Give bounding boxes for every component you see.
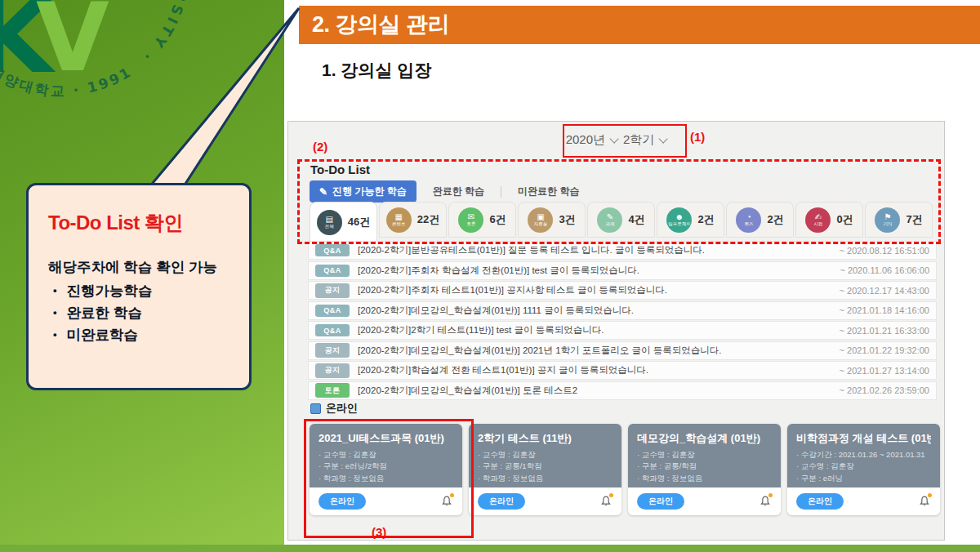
- course-card-footer: 온라인: [628, 487, 781, 515]
- slide-title-bar: 2. 강의실 관리: [299, 6, 980, 44]
- course-detail: 구분 : 공통/학점: [637, 461, 772, 472]
- course-detail: 수강기간 : 2021.01.26 ~ 2021.01.31: [796, 449, 931, 461]
- notification-feed: Q&A [2020-2학기]분반공유테스트(01반)] 질문 등록 테스트 입니…: [308, 241, 937, 401]
- feed-time: ~ 2020.08.12 16:51:00: [833, 246, 929, 256]
- bell-icon[interactable]: [918, 495, 931, 508]
- course-title: 데모강의_학습설계 (01반): [637, 431, 772, 446]
- feed-badge: 공지: [315, 283, 350, 298]
- feed-time: ~ 2020.11.06 16:06:00: [833, 265, 929, 275]
- feed-time: ~ 2021.01.18 14:16:00: [833, 305, 929, 315]
- annotation-label-3: (3): [372, 525, 386, 539]
- callout-title: To-Do List 확인: [48, 210, 229, 236]
- course-card-header: 2학기 테스트 (11반) 교수명 : 김훈장 구분 : 공통/1학점 학과명 …: [469, 424, 621, 487]
- feed-text: [2020-2학기]분반공유테스트(01반)] 질문 등록 테스트 입니다. 글…: [358, 244, 705, 256]
- feed-text: [2020-2학기]데모강의_학습설계(01반)] 토론 테스트2: [358, 385, 577, 397]
- feed-badge: Q&A: [315, 265, 350, 277]
- callout-bullet: 진행가능학습: [50, 280, 229, 302]
- course-card-footer: 온라인: [787, 487, 940, 515]
- feed-badge: 공지: [315, 363, 350, 378]
- course-card[interactable]: 2학기 테스트 (11반) 교수명 : 김훈장 구분 : 공통/1학점 학과명 …: [469, 424, 621, 515]
- feed-row[interactable]: 공지 [2020-2학기]주회차 테스트1(01반)] 공지사항 테스트 글이 …: [308, 281, 937, 300]
- feed-row[interactable]: 공지 [2020-2학기]데모강의_학습설계(01반)] 2021년 1학기 포…: [308, 341, 937, 360]
- course-detail: 교수명 : 김훈장: [478, 449, 612, 461]
- callout-bullet: 완료한 학습: [50, 302, 229, 324]
- feed-row[interactable]: Q&A [2020-2학기]2학기 테스트(11반)] test 글이 등록되었…: [308, 321, 937, 340]
- online-badge[interactable]: 온라인: [637, 493, 684, 510]
- page-title: 2. 강의실 관리: [299, 6, 980, 44]
- course-card-footer: 온라인: [469, 487, 621, 515]
- feed-row[interactable]: Q&A [2020-2학기]주회차 학습설계 전환(01반)] test 글이 …: [308, 261, 937, 280]
- svg-text:KONYANG UNIVERSITY ·: KONYANG UNIVERSITY ·: [99, 0, 193, 67]
- annotation-box-3: [304, 419, 474, 538]
- feed-row[interactable]: 공지 [2020-2학기]학습설계 전환 테스트1(01반)] 공지 글이 등록…: [308, 361, 937, 380]
- feed-text: [2020-2학기]데모강의_학습설계(01반)] 2021년 1학기 포트폴리…: [358, 345, 721, 357]
- notification-dot: [768, 493, 773, 497]
- feed-text: [2020-2학기]데모강의_학습설계(01반)] 1111 글이 등록되었습니…: [358, 305, 634, 317]
- feed-badge: Q&A: [315, 244, 350, 256]
- online-badge[interactable]: 온라인: [796, 493, 844, 510]
- course-detail: 구분 : 공통/1학점: [478, 461, 612, 472]
- annotation-dashed-box: [297, 159, 941, 244]
- course-card[interactable]: 비학점과정 개설 테스트 (01반) 수강기간 : 2021.01.26 ~ 2…: [787, 424, 940, 515]
- feed-time: ~ 2021.01.27 13:14:00: [833, 366, 929, 376]
- feed-time: ~ 2020.12.17 14:43:00: [833, 286, 929, 296]
- callout-bullet: 미완료학습: [50, 324, 229, 346]
- feed-text: [2020-2학기]학습설계 전환 테스트1(01반)] 공지 글이 등록되었습…: [358, 364, 648, 376]
- course-detail: 학과명 : 정보없음: [637, 473, 772, 484]
- university-logo: K V KONYANG UNIVERSITY · 건양대학교 · 1991: [0, 0, 284, 212]
- annotation-label-2: (2): [313, 140, 327, 154]
- lms-screenshot-panel: 2020년 2학기 (1) (2) To-Do List ✎ 진행 가능한 학습…: [287, 121, 945, 541]
- slide-root: K V KONYANG UNIVERSITY · 건양대학교 · 1991 To…: [0, 0, 980, 552]
- feed-text: [2020-2학기]2학기 테스트(11반)] test 글이 등록되었습니다.: [358, 324, 604, 336]
- feed-badge: 공지: [315, 343, 350, 358]
- feed-time: ~ 2021.02.26 23:59:00: [833, 385, 929, 395]
- course-detail: 구분 : e러닝: [796, 473, 931, 484]
- feed-row[interactable]: 토론 [2020-2학기]데모강의_학습설계(01반)] 토론 테스트2 ~ 2…: [308, 381, 937, 400]
- list-icon: [310, 403, 321, 414]
- annotation-label-1: (1): [690, 130, 705, 144]
- feed-badge: Q&A: [315, 305, 350, 317]
- course-title: 2학기 테스트 (11반): [478, 431, 612, 446]
- online-section-title: 온라인: [326, 401, 358, 416]
- course-card[interactable]: 데모강의_학습설계 (01반) 교수명 : 김훈장 구분 : 공통/학점 학과명…: [628, 424, 781, 515]
- notification-dot: [928, 493, 932, 497]
- feed-badge: Q&A: [315, 324, 350, 336]
- callout-intro: 해당주차에 학습 확인 가능: [48, 257, 229, 277]
- feed-time: ~ 2021.01.22 19:32:00: [833, 345, 929, 355]
- course-card-header: 데모강의_학습설계 (01반) 교수명 : 김훈장 구분 : 공통/학점 학과명…: [628, 424, 781, 487]
- section-subtitle: 1. 강의실 입장: [322, 59, 431, 82]
- notification-dot: [609, 493, 613, 497]
- feed-badge: 토론: [315, 383, 350, 398]
- online-section-header: 온라인: [310, 401, 358, 416]
- course-detail: 교수명 : 김훈장: [796, 461, 931, 472]
- annotation-box-1: [563, 124, 687, 158]
- course-title: 비학점과정 개설 테스트 (01반): [796, 431, 931, 446]
- online-badge[interactable]: 온라인: [478, 493, 525, 510]
- course-detail: 교수명 : 김훈장: [637, 449, 772, 461]
- feed-time: ~ 2021.01.21 16:33:00: [833, 326, 929, 336]
- bell-icon[interactable]: [599, 495, 612, 508]
- bell-icon[interactable]: [759, 495, 772, 508]
- course-detail: 학과명 : 정보없음: [478, 473, 612, 484]
- feed-text: [2020-2학기]주회차 테스트1(01반)] 공지사항 테스트 글이 등록되…: [358, 284, 667, 296]
- feed-row[interactable]: Q&A [2020-2학기]데모강의_학습설계(01반)] 1111 글이 등록…: [308, 301, 937, 320]
- feed-text: [2020-2학기]주회차 학습설계 전환(01반)] test 글이 등록되었…: [358, 265, 639, 277]
- callout-bullet-list: 진행가능학습 완료한 학습 미완료학습: [50, 280, 229, 346]
- bottom-accent-bar: [0, 545, 980, 552]
- course-card-header: 비학점과정 개설 테스트 (01반) 수강기간 : 2021.01.26 ~ 2…: [787, 424, 940, 487]
- callout-box: To-Do List 확인 해당주차에 학습 확인 가능 진행가능학습 완료한 …: [26, 183, 252, 390]
- logo-arc-top: KONYANG UNIVERSITY ·: [99, 0, 193, 67]
